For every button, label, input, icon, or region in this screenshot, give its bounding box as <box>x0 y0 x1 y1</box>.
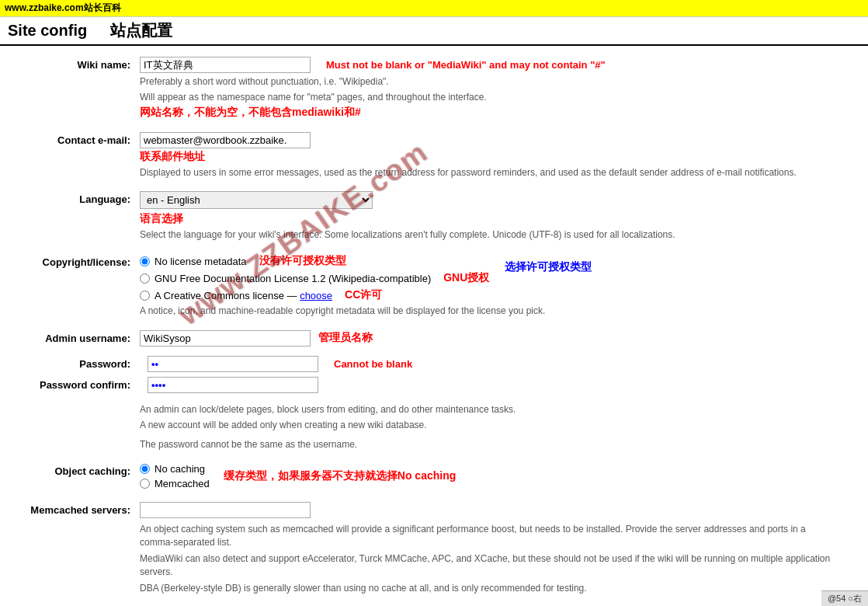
contact-email-label: Contact e-mail: <box>16 132 140 146</box>
wiki-name-row: Wiki name: Must not be blank or "MediaWi… <box>16 54 838 123</box>
memcached-hint2: MediaWiki can also detect and support eA… <box>140 552 838 579</box>
wiki-name-label: Wiki name: <box>16 57 140 71</box>
no-license-annotation: 没有许可授权类型 <box>259 254 346 268</box>
contact-email-annotation: 联系邮件地址 <box>140 150 838 164</box>
admin-username-row: Admin username: 管理员名称 <box>16 327 838 350</box>
memcached-servers-row: Memcached servers: An object caching sys… <box>16 499 838 597</box>
gnu-radio[interactable] <box>140 273 150 284</box>
object-caching-row: Object caching: No caching Memcached 缓存类… <box>16 460 838 493</box>
cc-label-text: A Creative Commons license — choose <box>155 290 332 301</box>
site-config-title: Site config 站点配置 <box>0 17 868 46</box>
header-bar: www.zzbaike.com站长百科 <box>0 0 868 17</box>
no-license-radio[interactable] <box>140 256 150 266</box>
password-input[interactable] <box>148 356 318 372</box>
object-caching-content: No caching Memcached 缓存类型，如果服务器不支持就选择No … <box>140 463 838 489</box>
wiki-name-content: Must not be blank or "MediaWiki" and may… <box>140 57 838 120</box>
no-caching-radio[interactable] <box>140 464 150 474</box>
memcached-hint1: An object caching system such as memcach… <box>140 523 838 549</box>
gnu-annotation: GNU授权 <box>443 271 489 285</box>
no-license-item: No license metadata 没有许可授权类型 <box>140 254 489 268</box>
no-caching-label-text: No caching <box>155 463 205 475</box>
password-confirm-label: Password confirm: <box>16 379 140 391</box>
caching-radio-group: No caching Memcached <box>140 463 210 489</box>
password-label: Password: <box>16 358 140 370</box>
language-annotation: 语言选择 <box>140 212 838 226</box>
admin-hint2: A new account will be added only when cr… <box>140 419 838 432</box>
cc-annotation: CC许可 <box>345 288 382 302</box>
wiki-name-hint1: Preferably a short word without punctuat… <box>140 75 838 89</box>
memcached-hint3: DBA (Berkeley-style DB) is generally slo… <box>140 582 838 595</box>
cc-item: A Creative Commons license — choose CC许可 <box>140 288 489 302</box>
admin-hints-row: An admin can lock/delete pages, block us… <box>16 398 838 454</box>
footer-text: @54 ○右 <box>828 594 862 603</box>
memcached-servers-label: Memcached servers: <box>16 502 140 516</box>
contact-email-row: Contact e-mail: 联系邮件地址 Displayed to user… <box>16 129 838 183</box>
object-caching-label: Object caching: <box>16 463 140 477</box>
admin-hint1: An admin can lock/delete pages, block us… <box>140 403 838 416</box>
admin-hints-spacer <box>16 401 140 403</box>
footer-bar: @54 ○右 <box>821 590 868 606</box>
memcached-item: Memcached <box>140 478 210 489</box>
memcached-radio[interactable] <box>140 479 150 489</box>
wiki-name-input[interactable] <box>140 57 311 73</box>
admin-username-label: Admin username: <box>16 330 140 344</box>
copyright-radio-group: No license metadata 没有许可授权类型 GNU Free Do… <box>140 254 489 302</box>
wiki-name-hint2: Will appear as the namespace name for "m… <box>140 91 838 104</box>
gnu-item: GNU Free Documentation License 1.2 (Wiki… <box>140 271 489 285</box>
caching-annotation: 缓存类型，如果服务器不支持就选择No caching <box>224 469 456 483</box>
contact-email-hint: Displayed to users in some error message… <box>140 166 838 179</box>
admin-hint3: The password cannot be the same as the u… <box>140 438 838 451</box>
title-zh: 站点配置 <box>110 20 172 41</box>
language-select[interactable]: en - English zh - Chinese fr - French de… <box>140 191 373 209</box>
memcached-servers-content: An object caching system such as memcach… <box>140 502 838 594</box>
language-label: Language: <box>16 191 140 205</box>
copyright-content: No license metadata 没有许可授权类型 GNU Free Do… <box>140 254 838 318</box>
cc-choose-link[interactable]: choose <box>300 290 332 301</box>
no-license-label-text: No license metadata <box>155 256 247 267</box>
memcached-label-text: Memcached <box>155 478 210 489</box>
title-en: Site config <box>8 22 87 40</box>
password-row: Password: Cannot be blank <box>16 356 838 372</box>
wiki-name-annotation: 网站名称，不能为空，不能包含mediawiki和# <box>140 106 838 120</box>
site-url: www.zzbaike.com站长百科 <box>5 2 121 13</box>
admin-hints-content: An admin can lock/delete pages, block us… <box>140 401 838 451</box>
language-content: en - English zh - Chinese fr - French de… <box>140 191 838 242</box>
memcached-servers-input[interactable] <box>140 502 311 518</box>
admin-annotation: 管理员名称 <box>318 331 373 345</box>
copyright-hint: A notice, icon, and machine-readable cop… <box>140 305 838 318</box>
password-error: Cannot be blank <box>334 358 412 370</box>
password-confirm-input[interactable] <box>148 377 318 393</box>
gnu-label-text: GNU Free Documentation License 1.2 (Wiki… <box>155 273 431 284</box>
admin-username-input[interactable] <box>140 330 311 347</box>
language-row: Language: en - English zh - Chinese fr -… <box>16 188 838 245</box>
no-caching-item: No caching <box>140 463 210 475</box>
left-copyright-annotation: 选择许可授权类型 <box>505 254 592 274</box>
contact-email-input[interactable] <box>140 132 311 148</box>
cc-radio[interactable] <box>140 291 150 301</box>
password-confirm-row: Password confirm: <box>16 377 838 393</box>
language-hint: Select the language for your wiki's inte… <box>140 228 838 242</box>
contact-email-content: 联系邮件地址 Displayed to users in some error … <box>140 132 838 179</box>
copyright-row: Copyright/license: No license metadata 没… <box>16 251 838 321</box>
wiki-name-error: Must not be blank or "MediaWiki" and may… <box>326 59 606 71</box>
copyright-label: Copyright/license: <box>16 254 140 268</box>
admin-username-content: 管理员名称 <box>140 330 838 347</box>
